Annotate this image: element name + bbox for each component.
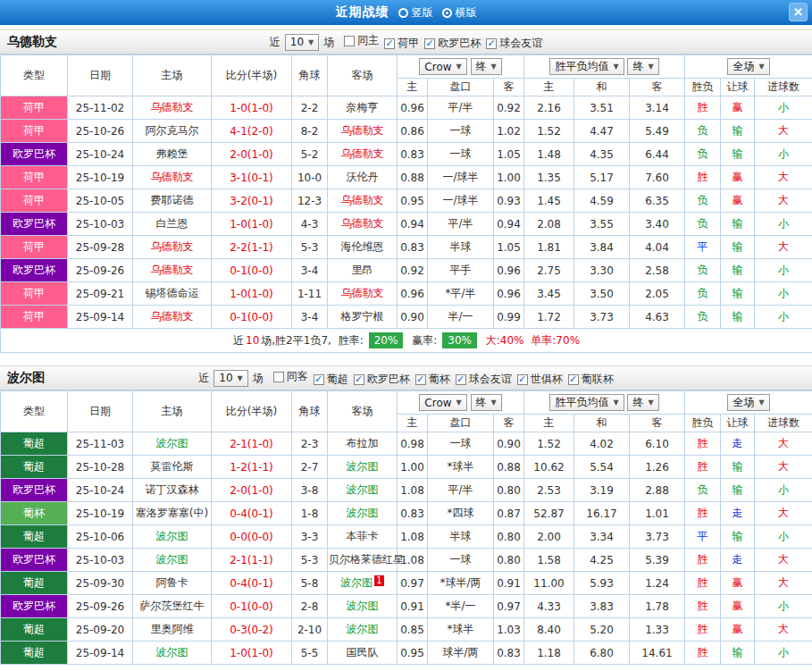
eu-draw-odds: 3.50 [574, 282, 630, 306]
result-wdl: 胜 [685, 618, 721, 642]
away-team[interactable]: 乌德勒支 [328, 213, 398, 236]
recent-count-select[interactable]: 10 ▼ [285, 34, 319, 51]
home-team[interactable]: 波尔图 [133, 549, 212, 572]
result-handicap: 走 [721, 549, 755, 572]
away-team[interactable]: 波尔图 [328, 502, 398, 525]
home-team[interactable]: 乌德勒支 [133, 166, 212, 189]
filter-checkbox-label: 葡联杯 [582, 372, 614, 387]
close-button[interactable]: ✕ [789, 3, 808, 21]
filter-checkbox-label: 欧罗巴杯 [438, 36, 481, 51]
filter-checkbox-同客[interactable]: 同客 [273, 369, 308, 384]
away-team: 贝尔格莱德红星 [328, 549, 398, 572]
filter-checkbox-葡联杯[interactable]: ✓葡联杯 [568, 372, 614, 387]
filter-checkbox-世俱杯[interactable]: ✓世俱杯 [517, 372, 563, 387]
away-team[interactable]: 乌德勒支 [328, 143, 398, 166]
eu-away-odds: 2.88 [630, 479, 685, 502]
filter-checkbox-葡杯[interactable]: ✓葡杯 [415, 372, 450, 387]
away-team[interactable]: 乌德勒支 [328, 120, 398, 143]
chevron-down-icon: ▼ [491, 398, 497, 407]
win-rate-badge: 20% [369, 332, 404, 348]
eu-draw-odds: 4.35 [574, 143, 630, 166]
eu-home-odds: 8.40 [524, 618, 574, 642]
scope-select[interactable]: 全场▼ [727, 58, 769, 75]
result-goals: 大 [755, 572, 812, 595]
eu-away-odds: 7.60 [630, 166, 685, 189]
league-badge: 葡超 [1, 525, 68, 549]
odds-type-select[interactable]: 胜平负均值▼ [549, 58, 624, 75]
result-goals: 小 [755, 479, 812, 502]
home-team[interactable]: 乌德勒支 [133, 306, 212, 329]
result-goals: 大 [755, 456, 812, 479]
odds-final-select[interactable]: 终▼ [627, 58, 658, 75]
away-team[interactable]: 波尔图 [328, 456, 398, 479]
eu-home-odds: 11.00 [524, 572, 574, 595]
ah-home-odds: 0.98 [398, 432, 428, 456]
odds-final-select[interactable]: 终▼ [627, 394, 658, 411]
col-header-home: 主场 [133, 55, 212, 96]
ah-home-odds: 0.83 [398, 236, 428, 259]
odds-type-select[interactable]: 胜平负均值▼ [549, 394, 624, 411]
radio-horizontal-label: 横版 [456, 5, 477, 21]
result-handicap: 走 [721, 502, 755, 525]
section-utrecht: 乌德勒支 近 10 ▼ 场 同主✓荷甲✓欧罗巴杯✓球会友谊 类型 日期 主场 比… [0, 29, 812, 353]
eu-home-odds: 2.75 [524, 259, 574, 282]
home-team[interactable]: 波尔图 [133, 642, 212, 665]
home-team[interactable]: 乌德勒支 [133, 259, 212, 282]
ah-away-odds: 1.05 [494, 236, 524, 259]
bookmaker-select[interactable]: Crow▼ [419, 394, 466, 411]
league-badge: 欧罗巴杯 [1, 549, 68, 572]
result-wdl: 平 [685, 236, 721, 259]
away-team[interactable]: 乌德勒支 [328, 282, 398, 306]
handicap-final-select[interactable]: 终▼ [471, 394, 502, 411]
league-badge: 欧罗巴杯 [1, 595, 68, 618]
odds-group-header: 胜平负均值▼ 终▼ [524, 391, 685, 415]
ah-home-odds: 1.08 [398, 549, 428, 572]
ah-away-odds: 0.80 [494, 525, 524, 549]
corner-score: 3-8 [292, 479, 328, 502]
home-team[interactable]: 波尔图 [133, 432, 212, 456]
handicap-final-select[interactable]: 终▼ [471, 58, 502, 75]
filter-checkbox-球会友谊[interactable]: ✓球会友谊 [456, 372, 512, 387]
home-team[interactable]: 乌德勒支 [133, 96, 212, 120]
col-header-corner: 角球 [292, 391, 328, 432]
corner-score: 5-5 [292, 642, 328, 665]
ah-handicap-line: 球半/两 [428, 642, 494, 665]
filter-checkbox-label: 欧罗巴杯 [367, 372, 410, 387]
scope-select[interactable]: 全场▼ [727, 394, 769, 411]
ah-handicap-line: *球半 [428, 456, 494, 479]
result-goals: 小 [755, 525, 812, 549]
home-team[interactable]: 波尔图 [133, 525, 212, 549]
sub-header-result-wdl: 胜负 [685, 415, 721, 432]
score: 1-0(1-0) [212, 282, 292, 306]
match-date: 25-09-14 [68, 306, 133, 329]
away-team[interactable]: 波尔图 [328, 479, 398, 502]
result-wdl: 负 [685, 282, 721, 306]
recent-count-select[interactable]: 10 ▼ [213, 370, 247, 387]
away-team[interactable]: 波尔图1 [328, 572, 398, 595]
away-team[interactable]: 波尔图 [328, 595, 398, 618]
away-team: 国民队 [328, 642, 398, 665]
eu-home-odds: 4.33 [524, 595, 574, 618]
result-wdl: 负 [685, 259, 721, 282]
filter-checkbox-荷甲[interactable]: ✓荷甲 [384, 36, 419, 51]
away-team[interactable]: 波尔图 [328, 618, 398, 642]
radio-horizontal-layout[interactable]: 横版 [442, 5, 477, 21]
ah-handicap-line: 平/半 [428, 213, 494, 236]
filter-checkbox-欧罗巴杯[interactable]: ✓欧罗巴杯 [424, 36, 481, 51]
league-badge: 荷甲 [1, 166, 68, 189]
result-handicap: 输 [721, 479, 755, 502]
match-row: 葡超25-10-06波尔图0-0(0-0)3-3本菲卡1.08半球0.802.0… [1, 525, 812, 549]
filter-checkbox-同主[interactable]: 同主 [344, 33, 379, 48]
home-team[interactable]: 乌德勒支 [133, 236, 212, 259]
filter-checkbox-欧罗巴杯[interactable]: ✓欧罗巴杯 [354, 372, 410, 387]
ah-away-odds: 0.80 [494, 479, 524, 502]
radio-vertical-layout[interactable]: 竖版 [398, 5, 433, 21]
eu-draw-odds: 3.83 [574, 595, 630, 618]
away-team[interactable]: 乌德勒支 [328, 189, 398, 213]
score: 0-1(0-0) [212, 259, 292, 282]
scope-value: 全场 [732, 395, 754, 410]
radio-unchecked-icon [398, 8, 408, 18]
filter-checkbox-葡超[interactable]: ✓葡超 [314, 372, 348, 387]
bookmaker-select[interactable]: Crow▼ [419, 58, 466, 75]
filter-checkbox-球会友谊[interactable]: ✓球会友谊 [486, 36, 542, 51]
